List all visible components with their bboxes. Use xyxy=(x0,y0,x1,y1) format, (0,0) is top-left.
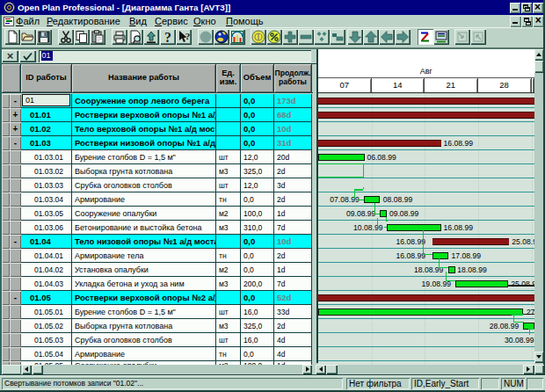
svg-text:?: ? xyxy=(164,30,171,45)
svg-text:?: ? xyxy=(185,31,191,41)
